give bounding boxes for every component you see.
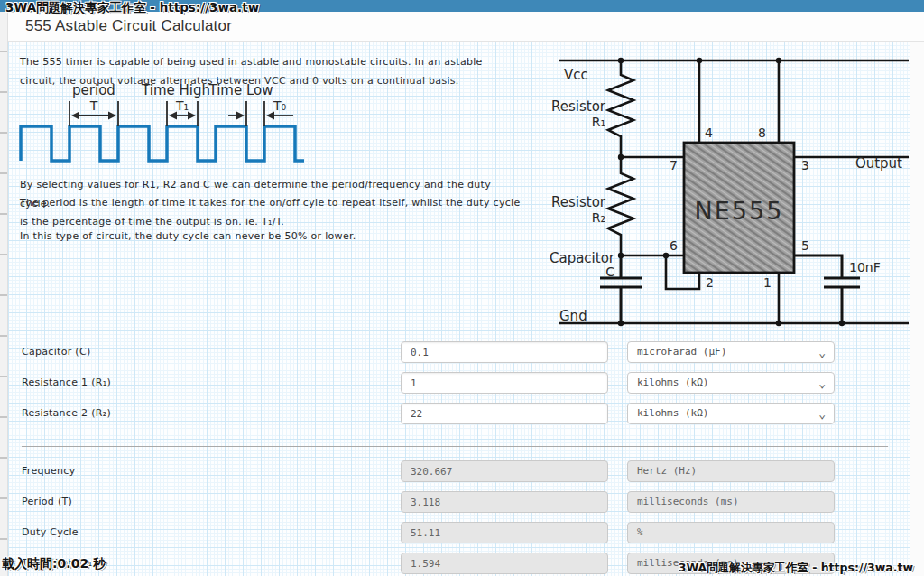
square-wave — [21, 126, 304, 161]
svg-text:2: 2 — [706, 275, 714, 290]
left-edge-ruler — [0, 12, 8, 576]
capacitor-unit-select[interactable]: microFarad (µF) ⌄ — [627, 341, 835, 363]
resistance2-unit-select[interactable]: kilohms (kΩ) ⌄ — [627, 403, 835, 424]
svg-text:3: 3 — [801, 158, 809, 172]
resistor2-symbol: R₂ — [592, 210, 605, 225]
period-unit: milliseconds (ms) — [627, 491, 835, 513]
time-high-value — [401, 553, 608, 574]
bypass-cap-label: 10nF — [849, 260, 881, 274]
duty-cycle-row: Duty Cycle % — [8, 522, 910, 543]
watermark-top-left: 3WA問題解決專家工作室 - https://3wa.tw — [5, 0, 259, 16]
frequency-unit: Hertz (Hz) — [627, 460, 835, 482]
resistor-r1 — [608, 60, 633, 157]
frequency-label: Frequency — [22, 461, 76, 480]
vcc-label: Vcc — [564, 67, 588, 83]
capacitor-symbol: C — [605, 265, 614, 279]
resistance1-unit-value: kilohms (kΩ) — [637, 376, 708, 388]
resistor1-symbol: R₁ — [592, 115, 605, 129]
frequency-value — [401, 460, 608, 482]
resistor-r2 — [608, 157, 633, 255]
period-label: Period (T) — [22, 492, 72, 511]
waveform-diagram: period T Time High T₁ Time Low T₀ — [14, 81, 311, 171]
svg-text:7: 7 — [670, 158, 678, 172]
page-title: 555 Astable Circuit Calculator — [25, 17, 232, 35]
watermark-bottom-left: 載入時間:0.02 秒 — [2, 556, 106, 572]
svg-text:5: 5 — [801, 238, 809, 253]
resistance1-unit-select[interactable]: kilohms (kΩ) ⌄ — [627, 372, 835, 394]
period-value — [401, 491, 608, 513]
resistance2-unit-value: kilohms (kΩ) — [637, 407, 708, 419]
duty-cycle-unit: % — [627, 522, 835, 543]
svg-text:4: 4 — [705, 125, 713, 140]
frequency-row: Frequency Hertz (Hz) — [8, 460, 910, 482]
svg-text:6: 6 — [670, 238, 678, 253]
main-content: The 555 timer is capable of being used i… — [8, 42, 910, 576]
time-high-label: Time High — [141, 82, 210, 98]
capacitor-unit-value: microFarad (µF) — [637, 346, 726, 358]
resistance1-label: Resistance 1 (R₁) — [22, 373, 111, 392]
resistor1-label: Resistor — [551, 98, 606, 115]
chevron-down-icon: ⌄ — [818, 343, 826, 363]
resistance2-label: Resistance 2 (R₂) — [22, 404, 111, 423]
capacitor-label: Capacitor (C) — [22, 342, 90, 361]
period-symbol: T — [89, 98, 98, 113]
resistance1-row: Resistance 1 (R₁) kilohms (kΩ) ⌄ — [8, 372, 910, 394]
output-label: Output — [855, 155, 902, 172]
duty-cycle-label: Duty Cycle — [22, 523, 79, 542]
duty-cycle-value — [401, 522, 608, 543]
circuit-diagram: NE555 Vcc Gnd Resistor R₁ Resistor R₂ Ca… — [546, 50, 916, 335]
intro-paragraph-3: The period is the length of time it take… — [20, 193, 522, 231]
chevron-down-icon: ⌄ — [818, 404, 826, 424]
gnd-label: Gnd — [559, 308, 587, 324]
resistance2-row: Resistance 2 (R₂) kilohms (kΩ) ⌄ — [8, 403, 910, 424]
watermark-bottom-right: 3WA問題解決專家工作室 - https://3wa.tw — [679, 561, 913, 576]
period-label: period — [72, 82, 116, 98]
time-high-symbol: T₁ — [175, 98, 189, 113]
resistance2-input[interactable] — [401, 403, 608, 424]
time-low-label: Time Low — [208, 82, 273, 98]
capacitor-row: Capacitor (C) microFarad (µF) ⌄ — [8, 341, 910, 363]
resistance1-input[interactable] — [401, 372, 608, 394]
section-divider — [22, 446, 888, 447]
resistor2-label: Resistor — [551, 194, 606, 210]
time-low-symbol: T₀ — [273, 98, 287, 113]
svg-text:8: 8 — [758, 125, 766, 140]
chevron-down-icon: ⌄ — [818, 374, 826, 394]
chip-label: NE555 — [695, 197, 784, 225]
svg-text:1: 1 — [763, 275, 772, 290]
period-row: Period (T) milliseconds (ms) — [8, 491, 910, 513]
intro-paragraph-4: In this type of circuit, the duty cycle … — [20, 227, 522, 246]
scrollbar-track[interactable] — [910, 42, 924, 576]
capacitor-input[interactable] — [401, 341, 608, 363]
